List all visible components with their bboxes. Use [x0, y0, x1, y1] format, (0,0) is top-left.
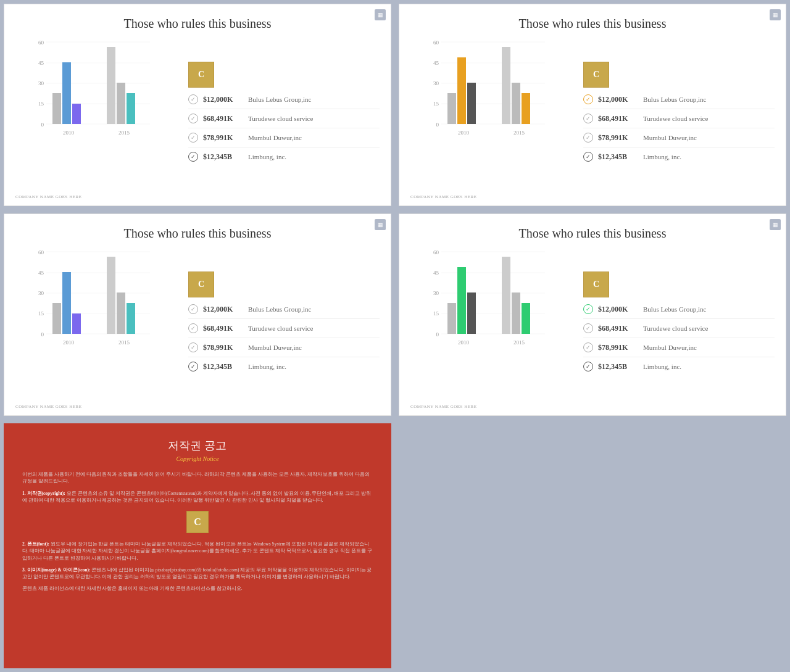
slide-title-2: Those who rules this business: [410, 17, 775, 31]
svg-text:0: 0: [436, 122, 439, 128]
svg-rect-46: [52, 303, 61, 334]
legend-amount-1-2: $78,991K: [203, 133, 243, 143]
chart-2: 60 45 30 15 0 2010 2015: [410, 37, 559, 191]
legend-item-1-1: ✓ $68,491K Turudewe cloud service: [188, 109, 380, 128]
svg-text:15: 15: [433, 101, 439, 107]
legend-item-3-1: ✓ $68,491K Turudewe cloud service: [188, 319, 380, 338]
legend-item-2-2: ✓ $78,991K Mumbul Duwur,inc: [583, 128, 775, 147]
slide-4: ▦ Those who rules this business 60 45 30…: [399, 214, 786, 416]
chart-svg-1: 60 45 30 15 0 2010: [33, 37, 156, 142]
legend-name-4-2: Mumbul Duwur,inc: [643, 344, 697, 351]
copyright-section-3: 3. 이미지(image) & 아이콘(icon): 콘텐츠 내에 삽입된 이미…: [22, 566, 373, 581]
svg-rect-66: [467, 292, 476, 334]
copyright-logo: C: [186, 511, 209, 533]
check-icon-2-3: ✓: [583, 152, 593, 162]
slide-menu-btn-3[interactable]: ▦: [375, 219, 386, 230]
legend-amount-2-3: $12,345B: [598, 152, 638, 162]
check-icon-1-1: ✓: [188, 114, 198, 123]
check-icon-2-2: ✓: [583, 133, 593, 143]
slide-content-2: 60 45 30 15 0 2010 2015: [410, 37, 775, 191]
svg-rect-31: [502, 47, 510, 124]
svg-rect-14: [117, 83, 125, 124]
slide-content-3: 60 45 30 15 0 2010 2015: [15, 247, 380, 400]
logo-4: C: [583, 272, 609, 297]
svg-rect-48: [72, 313, 81, 334]
copyright-body: 이번의 제품을 사용하기 전에 다음의 원칙과 조항들을 자세히 읽어 주시기 …: [22, 471, 373, 597]
svg-text:45: 45: [38, 270, 44, 276]
svg-rect-13: [107, 47, 115, 124]
chart-3: 60 45 30 15 0 2010 2015: [15, 247, 164, 400]
legend-amount-4-0: $12,000K: [598, 305, 638, 314]
legend-4: C ✓ $12,000K Bulus Lebus Group,inc ✓ $68…: [565, 247, 775, 400]
check-icon-3-1: ✓: [188, 323, 198, 333]
legend-amount-3-1: $68,491K: [203, 324, 243, 333]
check-icon-1-3: ✓: [188, 152, 198, 162]
svg-text:30: 30: [433, 290, 439, 296]
slide-footer-3: COMPANY NAME GOES HERE: [15, 404, 380, 409]
svg-rect-67: [502, 257, 510, 334]
copyright-subtitle: Copyright Notice: [176, 455, 218, 462]
check-icon-2-0: ✓: [583, 94, 593, 104]
svg-text:15: 15: [38, 101, 44, 107]
svg-text:2015: 2015: [118, 130, 130, 136]
svg-text:15: 15: [433, 310, 439, 317]
copyright-footer-text: 콘텐츠 제품 라이선스에 대한 자세한 사항은 홈페이지 또는아래 기재한 콘텐…: [22, 585, 373, 592]
svg-text:30: 30: [38, 80, 44, 86]
slide-menu-btn-2[interactable]: ▦: [770, 9, 781, 20]
slide-2: ▦ Those who rules this business 60 45 30…: [399, 4, 786, 206]
svg-rect-28: [447, 93, 456, 124]
gray-area: [399, 423, 786, 668]
svg-text:0: 0: [436, 331, 439, 338]
check-icon-4-2: ✓: [583, 342, 593, 352]
legend-item-2-3: ✓ $12,345B Limbung, inc.: [583, 147, 775, 166]
logo-2: C: [583, 62, 609, 88]
slide-1: ▦ Those who rules this business 60 45 30…: [4, 4, 391, 206]
copyright-intro: 이번의 제품을 사용하기 전에 다음의 원칙과 조항들을 자세히 읽어 주시기 …: [22, 471, 373, 485]
svg-text:45: 45: [38, 60, 44, 66]
check-icon-2-1: ✓: [583, 114, 593, 123]
slide-content-1: 60 45 30 15 0 2010: [15, 37, 380, 191]
slide-3: ▦ Those who rules this business 60 45 30…: [4, 214, 391, 416]
legend-item-4-0: ✓ $12,000K Bulus Lebus Group,inc: [583, 300, 775, 319]
chart-svg-2: 60 45 30 15 0 2010 2015: [428, 37, 551, 142]
legend-1: C ✓ $12,000K Bulus Lebus Group,inc ✓ $68…: [170, 37, 380, 191]
copyright-title: 저작권 공고: [168, 438, 227, 453]
legend-name-2-2: Mumbul Duwur,inc: [643, 134, 697, 141]
check-icon-3-3: ✓: [188, 362, 198, 371]
legend-name-1-2: Mumbul Duwur,inc: [248, 134, 302, 141]
legend-name-2-0: Bulus Lebus Group,inc: [643, 96, 706, 103]
chart-4: 60 45 30 15 0 2010 2015: [410, 247, 559, 400]
svg-text:15: 15: [38, 310, 44, 317]
legend-amount-2-0: $12,000K: [598, 95, 638, 104]
copyright-section-2: 2. 폰트(font): 윈도우 내에 장거입는 한글 폰트는 태마마 나눔글꼴…: [22, 541, 373, 562]
svg-rect-49: [107, 257, 115, 334]
svg-text:0: 0: [41, 331, 44, 338]
legend-name-4-3: Limbung, inc.: [643, 363, 681, 370]
slide-menu-btn-4[interactable]: ▦: [770, 219, 781, 230]
svg-rect-50: [117, 292, 125, 334]
legend-3: C ✓ $12,000K Bulus Lebus Group,inc ✓ $68…: [170, 247, 380, 400]
svg-text:60: 60: [38, 249, 44, 255]
check-icon-1-0: ✓: [188, 94, 198, 104]
check-icon-3-2: ✓: [188, 342, 198, 352]
slide-menu-btn-1[interactable]: ▦: [375, 9, 386, 20]
svg-text:0: 0: [41, 122, 44, 128]
legend-item-2-1: ✓ $68,491K Turudewe cloud service: [583, 109, 775, 128]
svg-text:60: 60: [38, 39, 44, 46]
slide-footer-2: COMPANY NAME GOES HERE: [410, 194, 775, 199]
legend-name-3-2: Mumbul Duwur,inc: [248, 344, 302, 351]
check-icon-1-2: ✓: [188, 133, 198, 143]
check-icon-4-1: ✓: [583, 323, 593, 333]
svg-text:2010: 2010: [63, 339, 75, 346]
svg-text:30: 30: [38, 290, 44, 296]
svg-rect-68: [512, 292, 520, 334]
legend-item-1-2: ✓ $78,991K Mumbul Duwur,inc: [188, 128, 380, 147]
svg-text:2010: 2010: [458, 130, 470, 136]
legend-amount-4-1: $68,491K: [598, 324, 638, 333]
slide-content-4: 60 45 30 15 0 2010 2015: [410, 247, 775, 400]
legend-name-3-3: Limbung, inc.: [248, 363, 286, 370]
logo-1: C: [188, 62, 214, 88]
slide-title-1: Those who rules this business: [15, 17, 380, 31]
copyright-section-1: 1. 저작권(copyright): 모든 콘텐츠의 소유 및 저작권은 콘텐츠…: [22, 490, 373, 504]
svg-rect-15: [127, 93, 135, 124]
